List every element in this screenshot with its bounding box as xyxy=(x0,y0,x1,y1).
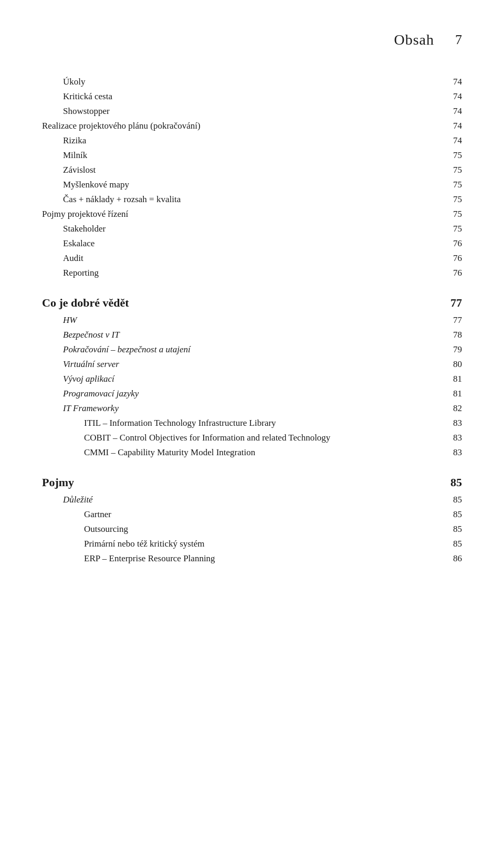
toc-text-rimarni-nebo-tez: Primární nebo též kritický systém xyxy=(42,539,204,549)
toc-entry-reporting: Reporting76 xyxy=(42,266,462,280)
toc-num-ukoly: 74 xyxy=(441,77,462,87)
toc-num-programovaci-jazyky: 81 xyxy=(441,389,462,399)
toc-num-virtualni-server: 80 xyxy=(441,359,462,370)
toc-num-hw: 77 xyxy=(441,315,462,326)
toc-num-realizace: 74 xyxy=(441,121,462,131)
toc-entry-cmmi: CMMI – Capability Maturity Model Integra… xyxy=(42,445,462,460)
toc-text-erp: ERP – Enterprise Resource Planning xyxy=(42,553,215,564)
toc-entry-audit: Audit76 xyxy=(42,251,462,266)
toc-text-vyvoj-aplikaci: Vývoj aplikací xyxy=(42,374,114,384)
toc-text-showstopper: Showstopper xyxy=(42,106,110,117)
toc-entry-virtualni-server: Virtuální server80 xyxy=(42,357,462,372)
toc-num-showstopper: 74 xyxy=(441,106,462,117)
toc-entry-hw: HW77 xyxy=(42,313,462,328)
toc-text-rizika: Rizika xyxy=(42,135,86,146)
toc-entry-myslenkove-mapy: Myšlenkové mapy75 xyxy=(42,177,462,192)
toc-num-gartner: 85 xyxy=(441,509,462,520)
toc-text-virtualni-server: Virtuální server xyxy=(42,359,119,370)
toc-text-programovaci-jazyky: Programovací jazyky xyxy=(42,389,139,399)
toc-num-cas-naklady: 75 xyxy=(441,194,462,205)
section-heading-num: 77 xyxy=(441,296,462,310)
toc-num-erp: 86 xyxy=(441,553,462,564)
toc-num-kriticka-cesta: 74 xyxy=(441,91,462,102)
toc-text-pojmy-projektove: Pojmy projektové řízení xyxy=(42,209,128,219)
toc-text-cmmi: CMMI – Capability Maturity Model Integra… xyxy=(42,447,255,458)
toc-num-zavislost: 75 xyxy=(441,165,462,175)
toc-num-audit: 76 xyxy=(441,253,462,264)
toc-entry-realizace: Realizace projektového plánu (pokračován… xyxy=(42,119,462,133)
toc-entry-cas-naklady: Čas + náklady + rozsah = kvalita75 xyxy=(42,192,462,207)
toc-text-milnik: Milník xyxy=(42,150,87,161)
toc-text-pokracovani-bezpecnost: Pokračování – bezpečnost a utajení xyxy=(42,344,191,355)
toc-text-eskalace: Eskalace xyxy=(42,238,94,249)
toc-num-bezpecnost-v-it: 78 xyxy=(441,330,462,340)
toc-entry-erp: ERP – Enterprise Resource Planning86 xyxy=(42,551,462,566)
toc-text-ukoly: Úkoly xyxy=(42,77,86,87)
toc-text-reporting: Reporting xyxy=(42,268,99,278)
toc-text-it-frameworky: IT Frameworky xyxy=(42,403,119,414)
toc-text-zavislost: Závislost xyxy=(42,165,96,175)
toc-num-cmmi: 83 xyxy=(441,447,462,458)
toc-text-kriticka-cesta: Kritická cesta xyxy=(42,91,112,102)
toc-text-bezpecnost-v-it: Bezpečnost v IT xyxy=(42,330,120,340)
page-header: Obsah 7 xyxy=(42,32,462,48)
toc-entry-gartner: Gartner85 xyxy=(42,507,462,522)
toc-entry-rizika: Rizika74 xyxy=(42,133,462,148)
section-heading-text: Pojmy xyxy=(42,476,74,489)
toc-entry-pokracovani-bezpecnost: Pokračování – bezpečnost a utajení79 xyxy=(42,342,462,357)
toc-text-gartner: Gartner xyxy=(42,509,111,520)
page-title: Obsah xyxy=(394,32,434,48)
toc-num-dulezite: 85 xyxy=(441,495,462,505)
toc-entry-showstopper: Showstopper74 xyxy=(42,104,462,119)
toc-text-myslenkove-mapy: Myšlenkové mapy xyxy=(42,180,129,190)
toc-entry-stakeholder: Stakeholder75 xyxy=(42,222,462,236)
toc-entry-pojmy-projektove: Pojmy projektové řízení75 xyxy=(42,207,462,222)
toc-num-outsourcing: 85 xyxy=(441,524,462,534)
toc-num-myslenkove-mapy: 75 xyxy=(441,180,462,190)
toc-num-eskalace: 76 xyxy=(441,238,462,249)
toc-text-hw: HW xyxy=(42,315,77,326)
toc-num-stakeholder: 75 xyxy=(441,224,462,234)
page-number: 7 xyxy=(455,32,462,48)
toc-entry-cobit: COBIT – Control Objectives for Informati… xyxy=(42,431,462,445)
section-heading-text: Co je dobré vědět xyxy=(42,296,129,310)
toc-container: Úkoly74Kritická cesta74Showstopper74Real… xyxy=(42,75,462,566)
toc-entry-outsourcing: Outsourcing85 xyxy=(42,522,462,537)
toc-text-outsourcing: Outsourcing xyxy=(42,524,128,534)
toc-text-realizace: Realizace projektového plánu (pokračován… xyxy=(42,121,201,131)
toc-text-stakeholder: Stakeholder xyxy=(42,224,106,234)
toc-entry-rimarni-nebo-tez: Primární nebo též kritický systém85 xyxy=(42,537,462,551)
toc-num-vyvoj-aplikaci: 81 xyxy=(441,374,462,384)
toc-entry-programovaci-jazyky: Programovací jazyky81 xyxy=(42,386,462,401)
toc-entry-dulezite: Důležité85 xyxy=(42,492,462,507)
section-heading-num: 85 xyxy=(441,476,462,489)
toc-num-pokracovani-bezpecnost: 79 xyxy=(441,344,462,355)
toc-num-rizika: 74 xyxy=(441,135,462,146)
toc-text-itil: ITIL – Information Technology Infrastruc… xyxy=(42,418,276,428)
toc-entry-kriticka-cesta: Kritická cesta74 xyxy=(42,89,462,104)
toc-num-rimarni-nebo-tez: 85 xyxy=(441,539,462,549)
toc-num-milnik: 75 xyxy=(441,150,462,161)
toc-num-cobit: 83 xyxy=(441,433,462,443)
toc-text-cas-naklady: Čas + náklady + rozsah = kvalita xyxy=(42,194,181,205)
toc-entry-bezpecnost-v-it: Bezpečnost v IT78 xyxy=(42,328,462,342)
toc-entry-zavislost: Závislost75 xyxy=(42,163,462,177)
toc-entry-eskalace: Eskalace76 xyxy=(42,236,462,251)
toc-num-it-frameworky: 82 xyxy=(441,403,462,414)
toc-text-cobit: COBIT – Control Objectives for Informati… xyxy=(42,433,330,443)
toc-entry-itil: ITIL – Information Technology Infrastruc… xyxy=(42,416,462,431)
toc-text-audit: Audit xyxy=(42,253,83,264)
toc-entry-ukoly: Úkoly74 xyxy=(42,75,462,89)
toc-entry-it-frameworky: IT Frameworky82 xyxy=(42,401,462,416)
toc-text-dulezite: Důležité xyxy=(42,495,93,505)
toc-num-itil: 83 xyxy=(441,418,462,428)
toc-num-reporting: 76 xyxy=(441,268,462,278)
toc-num-pojmy-projektove: 75 xyxy=(441,209,462,219)
toc-entry-milnik: Milník75 xyxy=(42,148,462,163)
toc-entry-vyvoj-aplikaci: Vývoj aplikací81 xyxy=(42,372,462,386)
